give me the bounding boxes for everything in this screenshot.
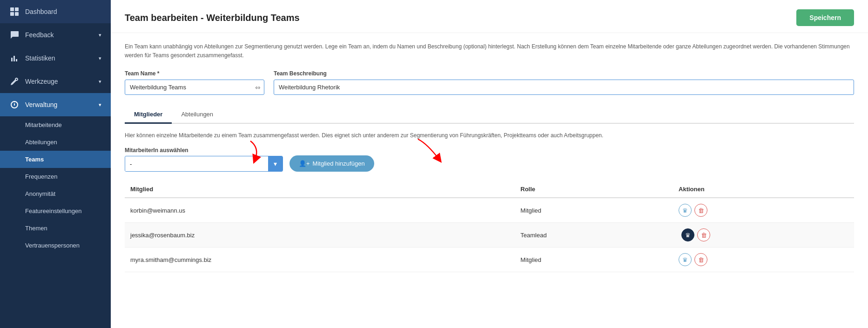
sidebar-item-frequenzen[interactable]: Frequenzen <box>0 168 111 185</box>
svg-rect-3 <box>15 12 19 16</box>
sidebar-item-dashboard[interactable]: Dashboard <box>0 0 111 23</box>
table-row: jessika@rosenbaum.bizTeamlead ♛🗑 <box>125 223 854 248</box>
crown-button[interactable]: ♛ <box>679 204 692 217</box>
team-name-label: Team Name * <box>125 70 264 77</box>
svg-rect-1 <box>15 7 19 11</box>
col-role: Rolle <box>515 181 673 198</box>
chevron-down-icon: ▾ <box>99 55 101 61</box>
add-member-button[interactable]: 👤+ Mitglied hinzufügen <box>289 155 374 172</box>
sidebar-item-feedback[interactable]: Feedback ▾ <box>0 23 111 47</box>
sidebar-item-label: Feedback <box>25 31 54 39</box>
member-email: myra.smitham@cummings.biz <box>125 248 515 272</box>
sidebar-sub-label: Abteilungen <box>25 139 57 146</box>
input-expand-icon: ⇔ <box>255 84 261 91</box>
sidebar-item-mitarbeitende[interactable]: Mitarbeitende <box>0 116 111 134</box>
page-title: Team bearbeiten - Weiterbildung Teams <box>125 13 300 23</box>
arrow-to-add-button-icon <box>413 137 446 165</box>
sidebar-item-featureeinstellungen[interactable]: Featureeinstellungen <box>0 202 111 220</box>
team-name-group: Team Name * ⇔ <box>125 70 264 95</box>
statistics-icon <box>9 53 20 63</box>
sidebar-sub-label: Featureeinstellungen <box>25 208 81 214</box>
member-role: Mitglied <box>515 248 673 272</box>
sidebar-item-anonymitaet[interactable]: Anonymität <box>0 185 111 202</box>
member-role: Mitglied <box>515 198 673 223</box>
sidebar-sub-label: Vertrauenspersonen <box>25 242 80 249</box>
member-table: Mitglied Rolle Aktionen korbin@weimann.u… <box>125 181 854 272</box>
sidebar-item-label: Statistiken <box>25 54 55 62</box>
sidebar-sub-label: Anonymität <box>25 190 55 197</box>
sidebar-item-statistiken[interactable]: Statistiken ▾ <box>0 47 111 70</box>
tab-mitglieder[interactable]: Mitglieder <box>125 106 172 124</box>
sidebar-item-werkzeuge[interactable]: Werkzeuge ▾ <box>0 70 111 93</box>
chevron-down-icon: ▾ <box>99 79 101 85</box>
tab-abteilungen[interactable]: Abteilungen <box>172 106 222 124</box>
team-desc-group: Team Beschreibung <box>274 70 854 95</box>
add-member-icon: 👤+ <box>299 160 310 167</box>
member-actions: ♛🗑 <box>673 198 854 223</box>
feedback-icon <box>9 30 20 40</box>
team-desc-input[interactable] <box>274 80 854 95</box>
sidebar-sub-label: Themen <box>25 225 47 232</box>
team-desc-label: Team Beschreibung <box>274 70 854 77</box>
svg-rect-2 <box>10 12 14 16</box>
dashboard-icon <box>9 7 20 17</box>
info-text: Ein Team kann unabhängig von Abteilungen… <box>125 42 854 60</box>
chevron-down-icon: ▾ <box>99 32 101 38</box>
sidebar: Dashboard Feedback ▾ Statistiken ▾ Werkz… <box>0 0 111 328</box>
sidebar-sub-label: Frequenzen <box>25 173 57 180</box>
chevron-down-icon: ▾ <box>99 102 101 108</box>
delete-button[interactable]: 🗑 <box>697 228 710 241</box>
team-name-input[interactable] <box>125 80 264 95</box>
add-member-label: Mitglied hinzufügen <box>313 160 365 167</box>
members-tab-description: Hier können einzelne Mitarbeitende zu ei… <box>125 131 854 140</box>
crown-button[interactable]: ♛ <box>681 228 694 241</box>
delete-button[interactable]: 🗑 <box>694 253 707 266</box>
sidebar-sub-label: Mitarbeitende <box>25 121 62 128</box>
sidebar-item-label: Dashboard <box>25 8 57 15</box>
svg-rect-0 <box>10 7 14 11</box>
member-actions: ♛🗑 <box>673 248 854 272</box>
form-row: Team Name * ⇔ Team Beschreibung <box>125 70 854 95</box>
action-icons: ♛🗑 <box>679 228 848 241</box>
select-dropdown-button[interactable]: ▾ <box>268 156 283 171</box>
delete-button[interactable]: 🗑 <box>694 204 707 217</box>
sidebar-item-verwaltung[interactable]: Verwaltung ▾ <box>0 93 111 116</box>
col-member: Mitglied <box>125 181 515 198</box>
page-header: Team bearbeiten - Weiterbildung Teams Sp… <box>111 0 868 33</box>
sidebar-item-label: Verwaltung <box>25 101 57 108</box>
sidebar-item-vertrauenspersonen[interactable]: Vertrauenspersonen <box>0 237 111 254</box>
col-actions: Aktionen <box>673 181 854 198</box>
member-email: korbin@weimann.us <box>125 198 515 223</box>
member-role: Teamlead <box>515 223 673 248</box>
save-button[interactable]: Speichern <box>796 9 854 26</box>
main-content: Team bearbeiten - Weiterbildung Teams Sp… <box>111 0 868 328</box>
action-icons: ♛🗑 <box>679 253 848 266</box>
sidebar-item-teams[interactable]: Teams <box>0 151 111 168</box>
team-name-input-wrapper: ⇔ <box>125 80 264 95</box>
sidebar-sub-label: Teams <box>25 156 44 163</box>
crown-button[interactable]: ♛ <box>679 253 692 266</box>
table-row: korbin@weimann.usMitglied♛🗑 <box>125 198 854 223</box>
verwaltung-icon <box>9 100 20 110</box>
tools-icon <box>9 76 20 87</box>
sidebar-item-themen[interactable]: Themen <box>0 220 111 237</box>
member-email: jessika@rosenbaum.biz <box>125 223 515 248</box>
member-select-row: MitarbeiterIn auswählen ▾ 👤+ Mitglied hi… <box>125 147 854 172</box>
arrow-to-select-icon <box>236 139 264 164</box>
main-body: Ein Team kann unabhängig von Abteilungen… <box>111 33 868 281</box>
table-row: myra.smitham@cummings.bizMitglied♛🗑 <box>125 248 854 272</box>
tabs-row: Mitglieder Abteilungen <box>125 106 854 124</box>
member-select-area: MitarbeiterIn auswählen ▾ 👤+ Mitglied hi… <box>125 147 854 172</box>
member-actions: ♛🗑 <box>673 223 854 248</box>
sidebar-item-abteilungen[interactable]: Abteilungen <box>0 134 111 151</box>
action-icons: ♛🗑 <box>679 204 848 217</box>
sidebar-item-label: Werkzeuge <box>25 78 58 85</box>
